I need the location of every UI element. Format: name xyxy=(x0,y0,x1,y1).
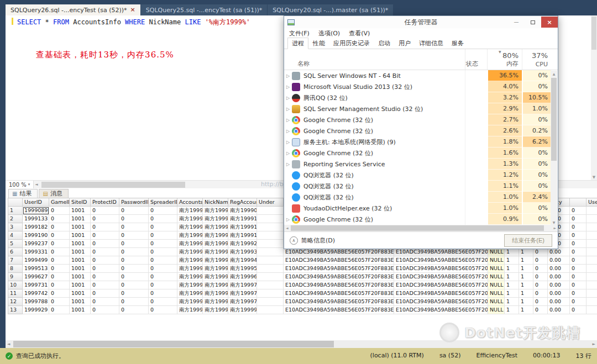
end-task-button[interactable]: 结束任务(E) xyxy=(504,234,552,247)
task-manager-titlebar[interactable]: 任务管理器 — × xyxy=(284,16,558,28)
process-row[interactable]: ▷Microsoft Visual Studio 2013 (32 位)4.0%… xyxy=(284,81,551,92)
chevron-right-icon[interactable]: ▷ xyxy=(284,217,292,222)
process-row[interactable]: ▷腾讯QQ (32 位)3.2%10.5% xyxy=(284,92,551,103)
menu-item[interactable]: 文件(F) xyxy=(289,29,310,38)
scroll-right-icon[interactable]: ► xyxy=(593,342,595,346)
close-button[interactable]: × xyxy=(541,17,558,28)
scroll-left-icon[interactable]: ◄ xyxy=(35,182,38,187)
chevron-right-icon[interactable]: ▷ xyxy=(284,96,292,101)
task-manager-horizontal-scrollbar[interactable]: ◄ ► xyxy=(284,225,558,231)
grid-column-header[interactable]: UserID xyxy=(23,198,49,207)
table-row[interactable]: 9199962701001000南方1999627南方1999627南方1999… xyxy=(8,273,597,281)
process-row[interactable]: ▷SQL Server Windows NT - 64 Bit36.5%0% xyxy=(284,70,551,81)
task-manager-tab[interactable]: 应用历史记录 xyxy=(329,38,374,49)
process-row[interactable]: ▷Google Chrome (32 位)2.6%0.2% xyxy=(284,125,551,136)
tab-results[interactable]: ▦结果 xyxy=(8,189,38,198)
task-manager-tab[interactable]: 性能 xyxy=(309,38,329,49)
chevron-right-icon[interactable]: ▷ xyxy=(284,162,292,167)
scrollbar-thumb[interactable] xyxy=(291,225,544,231)
task-manager-tab[interactable]: 详细信息 xyxy=(415,38,447,49)
row-number-cell[interactable]: 8 xyxy=(8,265,23,273)
process-row[interactable]: QQ浏览器 (32 位)1.1%0% xyxy=(284,181,551,192)
chevron-right-icon[interactable]: ▷ xyxy=(284,129,292,134)
scroll-left-icon[interactable]: ◄ xyxy=(286,226,289,230)
chevron-right-icon[interactable]: ▷ xyxy=(284,140,292,145)
row-number-cell[interactable]: 13 xyxy=(8,306,23,314)
column-header-name[interactable]: 名称 xyxy=(297,60,310,68)
scroll-right-icon[interactable]: ► xyxy=(553,226,556,230)
process-row[interactable]: ▷Reporting Services Service1.3%0% xyxy=(284,159,551,170)
menu-item[interactable]: 查看(V) xyxy=(349,29,370,38)
task-manager-tab[interactable]: 服务 xyxy=(448,38,468,49)
chevron-right-icon[interactable]: ▷ xyxy=(284,118,292,123)
grid-column-header[interactable]: Accounts xyxy=(177,198,203,207)
zoom-control[interactable]: 100 % ▾ xyxy=(6,181,34,188)
chevron-right-icon[interactable]: ▷ xyxy=(284,85,292,89)
maximize-button[interactable] xyxy=(525,17,541,28)
table-row[interactable]: 8199951301001000南方1999513南方1999513南方1999… xyxy=(8,265,597,273)
process-row[interactable]: ▷服务主机: 本地系统(网络受限) (9)1.8%6.2% xyxy=(284,136,551,147)
scroll-up-icon[interactable]: ▲ xyxy=(551,72,557,76)
row-number-cell[interactable]: 1 xyxy=(8,207,23,215)
grid-column-header[interactable]: UserMe xyxy=(586,198,597,207)
sql-statement[interactable]: SELECT * FROM AccountsInfo WHERE NickNam… xyxy=(17,18,250,27)
scrollbar-thumb[interactable] xyxy=(551,78,557,161)
process-row[interactable]: ▷Google Chrome (32 位)2.7%0% xyxy=(284,114,551,125)
row-number-cell[interactable]: 3 xyxy=(8,223,23,231)
row-number-cell[interactable]: 10 xyxy=(8,281,23,289)
process-row[interactable]: ▷Google Chrome (32 位)1.6%0% xyxy=(284,147,551,159)
detail-toggle-label[interactable]: 简略信息(D) xyxy=(301,236,335,245)
row-number-cell[interactable]: 11 xyxy=(8,289,23,298)
column-header-memory[interactable]: 内存 xyxy=(487,60,522,68)
grid-column-header[interactable] xyxy=(570,198,586,207)
process-row[interactable]: QQ浏览器 (32 位)1.0%2.4% xyxy=(284,192,551,203)
task-manager-window[interactable]: 任务管理器 — × 文件(F)选项(O)查看(V) 进程性能应用历史记录启动用户… xyxy=(284,15,558,249)
scroll-down-icon[interactable]: ▼ xyxy=(551,220,557,224)
process-row[interactable]: ▷SQL Server Management Studio (32 位)2.9%… xyxy=(284,103,551,114)
document-tab[interactable]: SQLQuery25.sql -...encyTest (sa (51))* xyxy=(141,4,268,15)
scrollbar-thumb[interactable] xyxy=(41,182,185,188)
column-header-cpu[interactable]: CPU xyxy=(522,61,551,68)
grid-column-header[interactable]: ProtectID xyxy=(91,198,119,207)
tab-close-icon[interactable]: × xyxy=(130,7,135,13)
row-number-cell[interactable]: 12 xyxy=(8,298,23,306)
grid-column-header[interactable]: GameID xyxy=(49,198,70,207)
minimize-button[interactable]: — xyxy=(508,17,525,28)
process-row[interactable]: QQ浏览器 (32 位)1.2%0% xyxy=(284,170,551,181)
process-row[interactable]: YoudaoDictHelper.exe (32 位)1.0%0% xyxy=(284,203,551,214)
scroll-left-icon[interactable]: ◄ xyxy=(7,342,10,346)
task-manager-tab[interactable]: 进程 xyxy=(287,38,308,49)
chevron-right-icon[interactable]: ▷ xyxy=(284,151,292,156)
chevron-right-icon[interactable]: ▷ xyxy=(284,73,292,78)
row-number-cell[interactable]: 5 xyxy=(8,240,23,248)
document-tab[interactable]: SQLQuery20.sql -...).master (sa (51))* xyxy=(268,4,393,15)
grid-column-header[interactable]: Under xyxy=(257,198,284,207)
table-row[interactable]: 12199978801001000南方1999788南方1999788南方199… xyxy=(8,298,597,306)
table-row[interactable]: 7199949901001000南方1999499南方1999499南方1999… xyxy=(8,256,597,265)
grid-column-header[interactable]: PasswordID xyxy=(119,198,149,207)
grid-column-header[interactable]: RegAccounts xyxy=(228,198,257,207)
task-manager-tab[interactable]: 用户 xyxy=(395,38,415,49)
row-number-cell[interactable]: 2 xyxy=(8,215,23,223)
scrollbar-thumb[interactable] xyxy=(591,17,596,50)
row-number-cell[interactable]: 7 xyxy=(8,256,23,265)
document-tab[interactable]: SQLQuery26.sql -...encyTest (sa (52))*× xyxy=(6,4,140,15)
task-manager-vertical-scrollbar[interactable]: ▲ ▼ xyxy=(551,71,557,225)
row-number-cell[interactable]: 4 xyxy=(8,231,23,240)
table-row[interactable]: 10199973101001000南方1999731南方1999731南方199… xyxy=(8,281,597,289)
grid-column-header[interactable]: SiteID xyxy=(70,198,91,207)
table-row[interactable]: 13199992901001000南方1999929南方1999929南方199… xyxy=(8,306,597,314)
collapse-details-icon[interactable]: ∧ xyxy=(290,236,298,245)
editor-vertical-scrollbar[interactable]: ▼ xyxy=(591,15,597,180)
row-number-cell[interactable]: 6 xyxy=(8,248,23,256)
grid-column-header[interactable]: SpreaderID xyxy=(149,198,177,207)
process-row[interactable]: ▷Google Chrome (32 位)0.9%0% xyxy=(284,214,551,225)
tab-messages[interactable]: ▤消息 xyxy=(39,189,68,198)
row-number-cell[interactable]: 9 xyxy=(8,273,23,281)
table-row[interactable]: 11199974201001000南方1999742南方1999742南方199… xyxy=(8,289,597,298)
scrollbar-thumb[interactable] xyxy=(13,341,334,347)
menu-item[interactable]: 选项(O) xyxy=(318,29,340,38)
task-manager-tab[interactable]: 启动 xyxy=(374,38,394,49)
scroll-down-icon[interactable]: ▼ xyxy=(591,175,597,180)
grid-column-header[interactable]: NickName xyxy=(203,198,228,207)
